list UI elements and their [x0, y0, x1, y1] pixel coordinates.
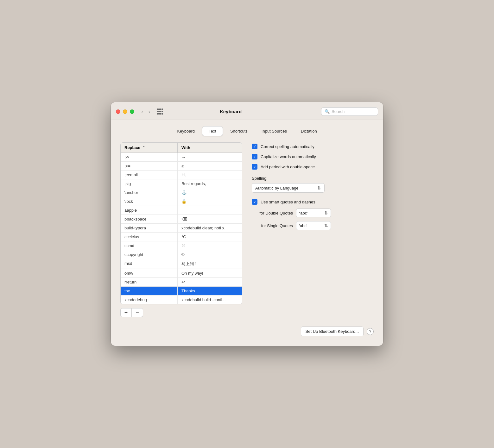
- smart-quotes-checkbox[interactable]: ✓: [252, 199, 257, 205]
- cell-replace: bbackspace: [121, 215, 178, 223]
- table-row[interactable]: \anchor ⚓: [121, 188, 242, 197]
- cell-with: 马上到！: [178, 259, 242, 269]
- search-input[interactable]: [332, 109, 373, 114]
- capitalize-words-row: ✓ Capitalize words automatically: [252, 154, 374, 159]
- cell-with: °C: [178, 233, 242, 241]
- cell-replace: ccmd: [121, 241, 178, 250]
- single-quotes-label: for Single Quotes: [252, 223, 293, 228]
- cell-with: ⚓: [178, 188, 242, 197]
- cell-with: On my way!: [178, 269, 242, 277]
- cell-with: →: [178, 153, 242, 161]
- cell-with: Thanks.: [178, 287, 242, 295]
- titlebar: ‹ › Keyboard 🔍: [111, 102, 383, 120]
- single-quotes-row: for Single Quotes ‘abc’ ⇅: [252, 221, 374, 230]
- tab-text[interactable]: Text: [202, 126, 223, 136]
- col-with-header: With: [178, 143, 242, 152]
- correct-spelling-label: Correct spelling automatically: [261, 144, 314, 149]
- table-row[interactable]: ;sig Best regards,: [121, 179, 242, 188]
- capitalize-words-checkbox[interactable]: ✓: [252, 154, 257, 159]
- cell-with: 🔒: [178, 197, 242, 206]
- dropdown-arrows-icon: ⇅: [324, 223, 328, 228]
- cell-with: ⌘: [178, 241, 242, 250]
- cell-with: ≥: [178, 162, 242, 170]
- table-row[interactable]: msd 马上到！: [121, 259, 242, 269]
- table-row[interactable]: rreturn ↩: [121, 278, 242, 287]
- bluetooth-keyboard-button[interactable]: Set Up Bluetooth Keyboard...: [301, 327, 364, 336]
- table-row[interactable]: ccmd ⌘: [121, 241, 242, 250]
- search-bar[interactable]: 🔍: [321, 107, 378, 116]
- minimize-button[interactable]: [123, 109, 127, 114]
- dropdown-arrows-icon: ⇅: [324, 210, 328, 215]
- cell-replace: \anchor: [121, 188, 178, 197]
- spelling-dropdown-text: Automatic by Language: [255, 186, 299, 190]
- window-title: Keyboard: [143, 109, 319, 114]
- correct-spelling-checkbox[interactable]: ✓: [252, 144, 257, 149]
- cell-with: ⌫: [178, 215, 242, 223]
- tab-keyboard[interactable]: Keyboard: [170, 126, 201, 136]
- close-button[interactable]: [116, 109, 120, 114]
- cell-replace: rreturn: [121, 278, 178, 286]
- cell-replace: build-typora: [121, 224, 178, 232]
- table-row[interactable]: ccopyright ©: [121, 250, 242, 259]
- cell-replace: xcodedebug: [121, 296, 178, 304]
- cell-with: Best regards,: [178, 179, 242, 188]
- replacement-table: Replace ⌃ With ;-> → ;>=: [120, 142, 242, 304]
- tab-input-sources[interactable]: Input Sources: [255, 126, 294, 136]
- capitalize-words-label: Capitalize words automatically: [261, 154, 316, 159]
- checkmark-icon: ✓: [253, 155, 256, 159]
- spelling-section: Spelling: Automatic by Language ⇅: [252, 176, 374, 193]
- single-quotes-dropdown[interactable]: ‘abc’ ⇅: [296, 221, 331, 230]
- cell-replace: aapple: [121, 206, 178, 215]
- smart-quotes-row: ✓ Use smart quotes and dashes: [252, 199, 374, 205]
- search-icon: 🔍: [325, 109, 330, 114]
- table-row[interactable]: aapple: [121, 206, 242, 215]
- cell-replace: ccopyright: [121, 250, 178, 259]
- cell-replace: omw: [121, 269, 178, 277]
- cell-with: xcodebuild build -confi...: [178, 296, 242, 304]
- table-row[interactable]: xcodedebug xcodebuild build -confi...: [121, 296, 242, 304]
- tabs: Keyboard Text Shortcuts Input Sources Di…: [120, 126, 374, 136]
- sort-arrow-icon: ⌃: [142, 146, 145, 150]
- cell-with: [178, 206, 242, 215]
- remove-row-button[interactable]: −: [132, 308, 143, 317]
- table-row[interactable]: \lock 🔒: [121, 197, 242, 206]
- correct-spelling-row: ✓ Correct spelling automatically: [252, 144, 374, 149]
- table-row[interactable]: ;eemail Hi,: [121, 171, 242, 179]
- dropdown-arrows-icon: ⇅: [317, 185, 321, 190]
- cell-replace: ;sig: [121, 179, 178, 188]
- cell-replace: \lock: [121, 197, 178, 206]
- table-row[interactable]: ccelcius °C: [121, 233, 242, 241]
- single-quotes-value: ‘abc’: [299, 223, 307, 228]
- table-header: Replace ⌃ With: [121, 143, 242, 153]
- add-period-checkbox[interactable]: ✓: [252, 164, 257, 170]
- traffic-lights: [116, 109, 134, 114]
- double-quotes-row: for Double Quotes “abc” ⇅: [252, 208, 374, 217]
- tab-shortcuts[interactable]: Shortcuts: [224, 126, 254, 136]
- table-section: Replace ⌃ With ;-> → ;>=: [120, 142, 242, 317]
- smart-quotes-section: ✓ Use smart quotes and dashes for Double…: [252, 199, 374, 230]
- tab-dictation[interactable]: Dictation: [294, 126, 324, 136]
- cell-replace: thx: [121, 287, 178, 295]
- cell-with: ↩: [178, 278, 242, 286]
- add-period-label: Add period with double-space: [261, 165, 315, 169]
- with-header-label: With: [181, 145, 190, 150]
- table-row[interactable]: ;>= ≥: [121, 162, 242, 171]
- table-row-selected[interactable]: thx Thanks.: [121, 287, 242, 296]
- add-row-button[interactable]: +: [120, 308, 132, 317]
- help-button[interactable]: ?: [367, 328, 374, 335]
- main-content: Replace ⌃ With ;-> → ;>=: [120, 142, 374, 317]
- table-row[interactable]: build-typora xcodebuild clean; noti x...: [121, 224, 242, 233]
- table-row[interactable]: ;-> →: [121, 153, 242, 162]
- table-body: ;-> → ;>= ≥ ;eemail Hi, ;sig: [121, 153, 242, 304]
- spelling-dropdown[interactable]: Automatic by Language ⇅: [252, 183, 325, 193]
- table-row[interactable]: bbackspace ⌫: [121, 215, 242, 224]
- replace-header-label: Replace: [124, 145, 140, 150]
- double-quotes-dropdown[interactable]: “abc” ⇅: [296, 208, 331, 217]
- bottom-bar: Set Up Bluetooth Keyboard... ?: [120, 327, 374, 336]
- table-row[interactable]: omw On my way!: [121, 269, 242, 278]
- maximize-button[interactable]: [130, 109, 134, 114]
- keyboard-preferences-window: ‹ › Keyboard 🔍 Keyboard Text Shortcuts I…: [111, 102, 383, 346]
- settings-section: ✓ Correct spelling automatically ✓ Capit…: [252, 142, 374, 317]
- cell-replace: msd: [121, 259, 178, 269]
- smart-quotes-label: Use smart quotes and dashes: [261, 200, 315, 204]
